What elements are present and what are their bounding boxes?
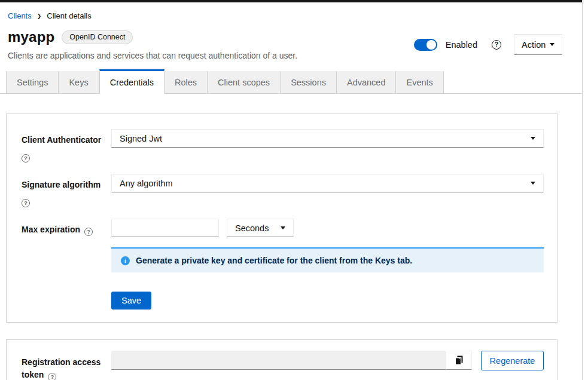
tab-keys[interactable]: Keys (59, 71, 99, 93)
client-authenticator-value: Signed Jwt (120, 134, 162, 143)
tab-credentials[interactable]: Credentials (99, 69, 164, 94)
registration-token-label: Registration access token (22, 357, 100, 379)
tab-sessions[interactable]: Sessions (281, 71, 337, 93)
copy-button[interactable] (446, 351, 472, 370)
registration-token-row: Registration access token? Reg (22, 351, 544, 380)
client-authenticator-label: Client Authenticator (22, 135, 101, 145)
registration-token-input[interactable] (111, 351, 446, 370)
regenerate-button[interactable]: Regenerate (481, 351, 544, 370)
enabled-toggle[interactable] (414, 39, 437, 51)
credentials-tab-panel: Client Authenticator ? Signed Jwt Signat… (0, 94, 588, 380)
page-description: Clients are applications and services th… (8, 51, 297, 60)
signature-algorithm-value: Any algorithm (120, 179, 173, 188)
breadcrumb-current: Client details (47, 11, 91, 20)
time-unit-value: Seconds (235, 223, 269, 233)
protocol-badge: OpenID Connect (62, 30, 133, 44)
page-title: myapp (8, 29, 54, 45)
client-authenticator-help-icon[interactable]: ? (22, 154, 30, 163)
masthead-bottom-edge (0, 0, 582, 2)
client-authenticator-row: Client Authenticator ? Signed Jwt (22, 129, 544, 163)
caret-down-icon (531, 137, 535, 140)
page-header: myapp OpenID Connect Clients are applica… (0, 20, 588, 60)
info-alert-text: Generate a private key and certificate f… (136, 256, 412, 265)
action-dropdown-label: Action (522, 40, 546, 50)
enabled-help-icon[interactable]: ? (492, 40, 501, 50)
signature-algorithm-label: Signature algorithm (22, 180, 100, 189)
header-controls: Enabled ? Action (414, 34, 562, 55)
info-icon: i (121, 256, 130, 265)
tab-roles[interactable]: Roles (164, 71, 208, 93)
enabled-label: Enabled (446, 40, 477, 50)
breadcrumb: Clients ❯ Client details (0, 2, 588, 20)
header-left: myapp OpenID Connect Clients are applica… (8, 29, 297, 60)
save-button[interactable]: Save (111, 292, 151, 309)
tab-events[interactable]: Events (396, 71, 443, 93)
signature-algorithm-row: Signature algorithm ? Any algorithm (22, 174, 544, 208)
max-expiration-label: Max expiration (22, 225, 80, 234)
tab-settings[interactable]: Settings (6, 71, 59, 93)
tab-advanced[interactable]: Advanced (337, 71, 397, 93)
signature-algorithm-help-icon[interactable]: ? (22, 199, 30, 207)
caret-down-icon (531, 182, 535, 185)
breadcrumb-link-clients[interactable]: Clients (8, 11, 32, 20)
registration-token-help-icon[interactable]: ? (48, 373, 56, 380)
copy-icon (455, 356, 464, 365)
caret-down-icon (550, 43, 555, 46)
credentials-form-card: Client Authenticator ? Signed Jwt Signat… (6, 114, 557, 323)
signature-algorithm-select[interactable]: Any algorithm (111, 174, 544, 192)
tab-client-scopes[interactable]: Client scopes (208, 71, 281, 93)
tab-bar: Settings Keys Credentials Roles Client s… (0, 69, 582, 94)
max-expiration-input[interactable] (111, 219, 219, 237)
client-authenticator-select[interactable]: Signed Jwt (111, 129, 544, 148)
registration-token-group (111, 351, 472, 370)
toggle-knob (426, 40, 436, 50)
max-expiration-help-icon[interactable]: ? (84, 228, 93, 236)
info-alert: i Generate a private key and certificate… (111, 247, 544, 272)
registration-token-card: Registration access token? Reg (6, 339, 557, 380)
action-dropdown[interactable]: Action (514, 34, 562, 55)
caret-down-icon (281, 226, 285, 229)
scrollbar-track[interactable] (582, 0, 588, 380)
breadcrumb-separator-icon: ❯ (37, 13, 42, 19)
time-unit-select[interactable]: Seconds (227, 219, 294, 237)
client-details-page: Clients ❯ Client details myapp OpenID Co… (0, 0, 588, 380)
max-expiration-row: Max expiration? Seconds (22, 219, 544, 237)
